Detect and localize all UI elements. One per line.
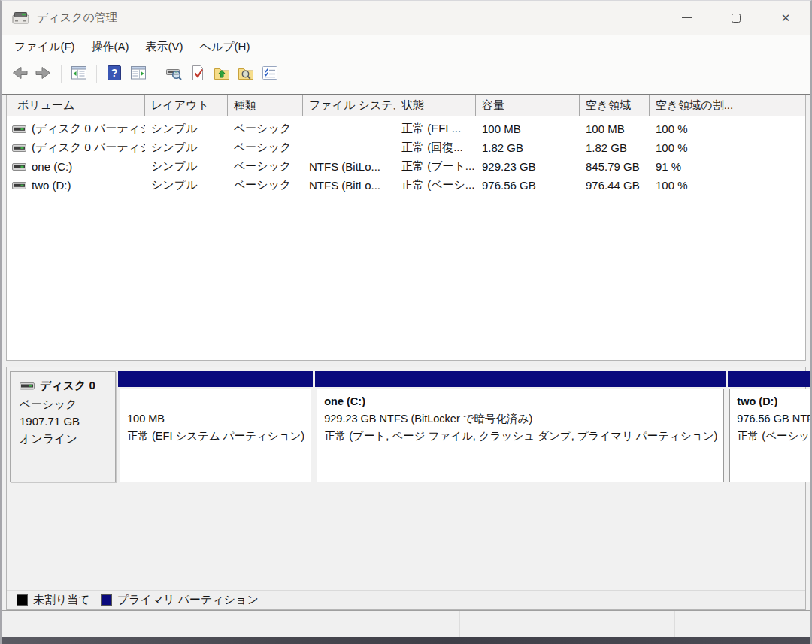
partition-block-1[interactable]: one (C:)929.23 GB NTFS (BitLocker で暗号化済み… (315, 371, 726, 482)
volume-row-3[interactable]: two (D:)シンプルベーシックNTFS (BitLo...正常 (ベーシ..… (7, 176, 805, 195)
legend-swatch (17, 594, 28, 606)
action-pane-button[interactable] (127, 63, 150, 86)
partition-body: two (D:)976.56 GB NTFS (BitLocker で暗号化済み… (729, 389, 812, 482)
disk-status: オンライン (20, 430, 108, 447)
volume-cell: 正常 (ベーシ... (395, 178, 476, 192)
partition-block-2[interactable]: two (D:)976.56 GB NTFS (BitLocker で暗号化済み… (728, 371, 812, 482)
maximize-icon (732, 14, 741, 23)
maximize-button[interactable] (711, 1, 761, 35)
column-header-1[interactable]: レイアウト (145, 95, 228, 116)
column-header-6[interactable]: 空き領域 (580, 95, 650, 116)
volume-disk-icon (12, 162, 26, 171)
folder-upload-button[interactable] (211, 63, 233, 86)
volume-row-1[interactable]: (ディスク 0 パーティショ...シンプルベーシック正常 (回復...1.82 … (7, 138, 805, 157)
menu-item-3[interactable]: ヘルプ(H) (192, 36, 259, 58)
back-button[interactable] (8, 63, 31, 86)
partition-header-bar (728, 371, 812, 387)
checked-document-button[interactable] (186, 63, 209, 86)
volume-cell: 91 % (650, 160, 750, 173)
volume-cell: ベーシック (228, 141, 303, 155)
volume-row-2[interactable]: one (C:)シンプルベーシックNTFS (BitLo...正常 (ブート..… (7, 157, 805, 176)
console-tree-button[interactable] (68, 63, 90, 86)
volume-cell: 976.44 GB (580, 179, 650, 192)
folder-upload-icon (212, 63, 232, 86)
volume-cell: 100 % (650, 141, 750, 154)
partition-header-bar (315, 371, 726, 387)
volume-cell: 100 MB (476, 122, 580, 135)
column-header-2[interactable]: 種類 (228, 95, 303, 116)
volume-cell: 正常 (回復... (395, 141, 476, 155)
volume-name: (ディスク 0 パーティショ... (32, 122, 145, 136)
column-header-4[interactable]: 状態 (395, 95, 476, 116)
partition-block-0[interactable]: 100 MB正常 (EFI システム パーティション) (118, 371, 313, 482)
menu-item-1[interactable]: 操作(A) (83, 36, 138, 58)
volume-cell: 100 % (650, 122, 750, 135)
legend-label: 未割り当て (33, 593, 90, 607)
volume-disk-icon (12, 181, 26, 190)
content-area: ボリュームレイアウト種類ファイル システム状態容量空き領域空き領域の割... (… (2, 95, 810, 610)
volume-cell: (ディスク 0 パーティショ... (7, 141, 145, 155)
column-header-0[interactable]: ボリューム (7, 95, 145, 116)
title-bar: ディスクの管理 ✕ (2, 1, 810, 35)
column-header-5[interactable]: 容量 (476, 95, 580, 116)
window-bottom-edge (2, 637, 810, 644)
disk-search-icon (164, 63, 183, 86)
volume-cell: NTFS (BitLo... (303, 179, 395, 192)
column-header-3[interactable]: ファイル システム (303, 95, 395, 116)
disk-search-button[interactable] (162, 63, 185, 86)
volume-list-panel: ボリュームレイアウト種類ファイル システム状態容量空き領域空き領域の割... (… (6, 95, 806, 361)
volume-cell: シンプル (145, 122, 228, 136)
minimize-icon (682, 17, 692, 18)
partition-status-line: 正常 (EFI システム パーティション) (127, 428, 304, 445)
window-title: ディスクの管理 (37, 11, 117, 25)
graph-empty-space (7, 482, 805, 590)
partition-title: two (D:) (737, 393, 812, 410)
volume-disk-icon (12, 125, 26, 134)
partition-status-line: 正常 (ブート, ページ ファイル, クラッシュ ダンプ, プライマリ パーティ… (324, 428, 717, 445)
toolbar-separator (96, 65, 97, 83)
volume-cell: 100 % (650, 179, 750, 192)
volume-cell: 976.56 GB (476, 179, 580, 192)
volume-name: one (C:) (32, 160, 72, 173)
svg-text:?: ? (111, 67, 118, 79)
status-bar (2, 610, 810, 637)
column-header-filler (750, 95, 805, 116)
help-button[interactable]: ? (103, 63, 126, 86)
column-header-7[interactable]: 空き領域の割... (650, 95, 750, 116)
panel-splitter[interactable] (6, 361, 806, 367)
volume-cell: 929.23 GB (476, 160, 580, 173)
close-button[interactable]: ✕ (761, 1, 810, 35)
partitions-strip: 100 MB正常 (EFI システム パーティション)one (C:)929.2… (118, 371, 798, 482)
volume-cell: ベーシック (228, 178, 303, 192)
task-list-icon (260, 63, 280, 86)
partition-size-line: 929.23 GB NTFS (BitLocker で暗号化済み) (324, 410, 717, 428)
graphical-view-panel: ディスク 0 ベーシック 1907.71 GB オンライン 100 MB正常 (… (6, 367, 806, 610)
legend-label: プライマリ パーティション (117, 593, 259, 607)
forward-icon (33, 63, 54, 86)
minimize-button[interactable] (662, 1, 711, 35)
volume-cell: NTFS (BitLo... (303, 160, 395, 173)
partition-title (127, 393, 304, 410)
volume-row-0[interactable]: (ディスク 0 パーティショ...シンプルベーシック正常 (EFI ...100… (7, 119, 805, 138)
forward-button[interactable] (32, 63, 55, 86)
volume-cell: 1.82 GB (476, 141, 580, 154)
toolbar: ? (2, 59, 810, 89)
menu-item-2[interactable]: 表示(V) (138, 36, 192, 58)
disk-drive-icon (20, 381, 35, 391)
volume-name: (ディスク 0 パーティショ... (32, 141, 145, 155)
disk-0-info-box[interactable]: ディスク 0 ベーシック 1907.71 GB オンライン (10, 371, 116, 482)
volume-name: two (D:) (32, 179, 71, 192)
folder-search-icon (236, 63, 256, 86)
volume-cell: 正常 (EFI ... (395, 122, 476, 136)
task-list-button[interactable] (259, 63, 281, 86)
volume-cell: シンプル (145, 159, 228, 174)
legend-item-0: 未割り当て (17, 593, 90, 607)
disk-management-window: ディスクの管理 ✕ ファイル(F)操作(A)表示(V)ヘルプ(H) ? ボリュー… (0, 0, 812, 644)
volume-cell: 845.79 GB (580, 160, 650, 173)
folder-search-button[interactable] (235, 63, 257, 86)
disk-size: 1907.71 GB (20, 413, 108, 430)
disk-0-row: ディスク 0 ベーシック 1907.71 GB オンライン 100 MB正常 (… (10, 371, 798, 482)
menu-item-0[interactable]: ファイル(F) (6, 36, 83, 58)
toolbar-divider (2, 89, 810, 95)
status-bar-segment (460, 611, 675, 637)
